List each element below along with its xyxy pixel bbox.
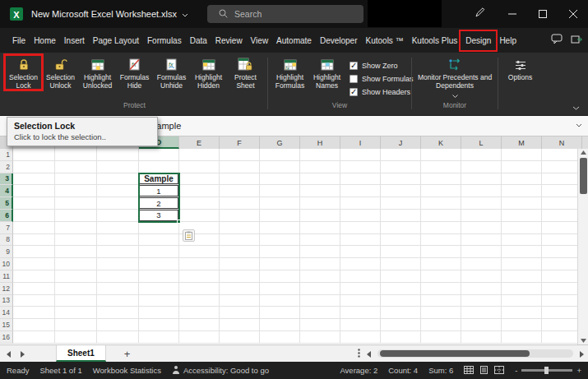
grid-cell-N9[interactable] xyxy=(542,246,582,258)
grid-cell-M11[interactable] xyxy=(502,270,542,283)
grid-cell[interactable] xyxy=(13,246,55,258)
grid-cell-E12[interactable] xyxy=(179,283,220,295)
grid-cell-L13[interactable] xyxy=(461,295,502,307)
search-input[interactable]: Search xyxy=(207,5,363,23)
zoom-slider[interactable] xyxy=(521,369,572,372)
grid-cell-D7[interactable] xyxy=(139,222,179,234)
menu-tab-kutools[interactable]: Kutools ™ xyxy=(362,32,408,49)
grid-cell-E6[interactable] xyxy=(179,210,220,222)
grid-cell-J16[interactable] xyxy=(381,331,421,344)
grid-cell-L5[interactable] xyxy=(461,197,502,210)
row-header-5[interactable]: 5 xyxy=(0,197,13,210)
grid-cell-G2[interactable] xyxy=(260,161,300,173)
grid-cell-H1[interactable] xyxy=(300,149,340,161)
grid-cell[interactable] xyxy=(97,258,139,270)
grid-cell[interactable] xyxy=(55,173,97,186)
grid-cell-D3[interactable]: Sample xyxy=(139,173,179,186)
grid-cell-D8[interactable] xyxy=(139,234,179,247)
grid-cell-G8[interactable] xyxy=(260,234,300,247)
grid-cell-N3[interactable] xyxy=(542,173,582,186)
grid-cell-G12[interactable] xyxy=(260,283,300,295)
grid-cell-I11[interactable] xyxy=(340,270,381,283)
grid-cell-F5[interactable] xyxy=(220,197,260,210)
grid-cell[interactable] xyxy=(55,270,97,283)
row-header-6[interactable]: 6 xyxy=(0,210,13,222)
grid-cell-H2[interactable] xyxy=(300,161,340,173)
column-header-M[interactable]: M xyxy=(502,136,542,149)
grid-cell-I13[interactable] xyxy=(340,295,381,307)
grid-cell-L9[interactable] xyxy=(461,246,502,258)
menu-tab-file[interactable]: File xyxy=(8,32,30,49)
grid-cell[interactable] xyxy=(13,222,55,234)
grid-cell-D12[interactable] xyxy=(139,283,179,295)
grid-cell[interactable] xyxy=(55,234,97,247)
row-header-3[interactable]: 3 xyxy=(0,173,13,186)
grid-cell-E10[interactable] xyxy=(179,258,220,270)
grid-cell-L12[interactable] xyxy=(461,283,502,295)
grid-cell[interactable] xyxy=(13,210,55,222)
menu-tab-design[interactable]: Design xyxy=(461,32,495,49)
grid-cell-I8[interactable] xyxy=(340,234,381,247)
grid-cell-D14[interactable] xyxy=(139,307,179,319)
grid-cell-E15[interactable] xyxy=(179,319,220,331)
grid-cell[interactable] xyxy=(13,197,55,210)
grid-cell-N13[interactable] xyxy=(542,295,582,307)
grid-cell-F11[interactable] xyxy=(220,270,260,283)
column-header-H[interactable]: H xyxy=(300,136,340,149)
grid-cell-J2[interactable] xyxy=(381,161,421,173)
row-header-15[interactable]: 15 xyxy=(0,319,13,331)
grid-cell-J9[interactable] xyxy=(381,246,421,258)
grid-cell-J5[interactable] xyxy=(381,197,421,210)
grid-cell-G11[interactable] xyxy=(260,270,300,283)
grid-cell-E5[interactable] xyxy=(179,197,220,210)
grid-cell-J13[interactable] xyxy=(381,295,421,307)
grid-cell[interactable] xyxy=(13,173,55,186)
grid-cell-G9[interactable] xyxy=(260,246,300,258)
grid-cell-F13[interactable] xyxy=(220,295,260,307)
grid-cell-H7[interactable] xyxy=(300,222,340,234)
menu-tab-page-layout[interactable]: Page Layout xyxy=(89,32,143,49)
grid-cell-L1[interactable] xyxy=(461,149,502,161)
grid-cell-M3[interactable] xyxy=(502,173,542,186)
column-header-K[interactable]: K xyxy=(421,136,461,149)
grid-cell-G5[interactable] xyxy=(260,197,300,210)
menu-tab-kutools-plus[interactable]: Kutools Plus xyxy=(408,32,462,49)
grid-cell-K1[interactable] xyxy=(421,149,461,161)
grid-cell-D1[interactable] xyxy=(139,149,179,161)
grid-cell-F3[interactable] xyxy=(220,173,260,186)
grid-cell[interactable] xyxy=(97,149,139,161)
grid-cell[interactable] xyxy=(97,185,139,197)
grid-cell-K16[interactable] xyxy=(421,331,461,344)
grid-cell[interactable] xyxy=(97,283,139,295)
grid-cell-G14[interactable] xyxy=(260,307,300,319)
grid-cell-G15[interactable] xyxy=(260,319,300,331)
grid-cell-L6[interactable] xyxy=(461,210,502,222)
grid-cell-E16[interactable] xyxy=(179,331,220,344)
grid-cell-G3[interactable] xyxy=(260,173,300,186)
horizontal-scrollbar[interactable] xyxy=(377,349,573,358)
grid-cell-E3[interactable] xyxy=(179,173,220,186)
grid-cell-M16[interactable] xyxy=(502,331,542,344)
grid-cell-J3[interactable] xyxy=(381,173,421,186)
grid-cell-I4[interactable] xyxy=(340,185,381,197)
grid-cell-G7[interactable] xyxy=(260,222,300,234)
row-header-2[interactable]: 2 xyxy=(0,161,13,173)
grid-cell-K6[interactable] xyxy=(421,210,461,222)
previous-sheet-icon[interactable] xyxy=(7,346,11,361)
grid-cell-J1[interactable] xyxy=(381,149,421,161)
grid-cell-N2[interactable] xyxy=(542,161,582,173)
grid-cell[interactable] xyxy=(97,161,139,173)
menu-tab-developer[interactable]: Developer xyxy=(316,32,362,49)
menu-tab-formulas[interactable]: Formulas xyxy=(143,32,186,49)
grid-cell[interactable] xyxy=(55,295,97,307)
grid-cell[interactable] xyxy=(55,331,97,344)
grid-cell-G4[interactable] xyxy=(260,185,300,197)
grid-cell-I16[interactable] xyxy=(340,331,381,344)
grid-cell-H9[interactable] xyxy=(300,246,340,258)
grid-cell-K8[interactable] xyxy=(421,234,461,247)
grid-cell-F4[interactable] xyxy=(220,185,260,197)
grid-cell-F9[interactable] xyxy=(220,246,260,258)
menu-tab-automate[interactable]: Automate xyxy=(272,32,316,49)
grid-cell-K11[interactable] xyxy=(421,270,461,283)
grid-cell-G10[interactable] xyxy=(260,258,300,270)
